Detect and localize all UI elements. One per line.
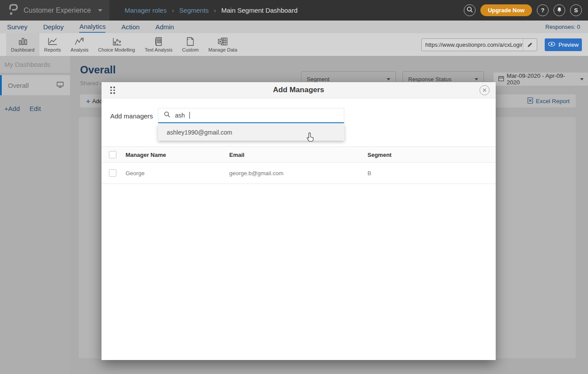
breadcrumb-separator: › <box>214 7 216 14</box>
breadcrumb-manager-roles[interactable]: Manager roles <box>125 7 167 14</box>
toolbar-label: Analysis <box>70 47 88 52</box>
sidebar-item-label: Overall <box>8 82 29 89</box>
dashboard-url-field[interactable]: https://www.questionpro.com/a/cxLogin.d <box>421 38 537 51</box>
account-avatar[interactable]: S <box>570 4 582 16</box>
add-widget-button[interactable]: + Add <box>86 97 102 105</box>
question-mark-icon: ? <box>541 7 545 14</box>
search-button[interactable] <box>464 4 476 16</box>
add-managers-label: Add managers <box>110 112 153 120</box>
plus-icon: + <box>86 97 90 105</box>
analytics-toolbar: Dashboard Reports Analysis Choice Modell… <box>0 33 588 56</box>
dashboard-url-value: https://www.questionpro.com/a/cxLogin.d <box>422 42 523 48</box>
toolbar-item-choice-modelling[interactable]: Choice Modelling <box>93 33 140 56</box>
spreadsheet-icon <box>217 37 228 46</box>
line-chart-icon <box>47 37 58 46</box>
search-icon <box>466 6 473 14</box>
tab-admin[interactable]: Admin <box>155 21 174 32</box>
modal-header: Add Managers ✕ <box>102 82 496 98</box>
toolbar-item-dashboard[interactable]: Dashboard <box>6 33 39 56</box>
preview-label: Preview <box>558 42 578 48</box>
responses-count: Responses: 0 <box>546 21 581 33</box>
chevron-down-icon <box>580 78 584 80</box>
tab-survey[interactable]: Survey <box>7 21 28 32</box>
shared-with-text: Shared w <box>80 80 104 87</box>
select-all-checkbox[interactable] <box>109 151 116 158</box>
page-title: Overall <box>80 64 116 76</box>
questionpro-logo-icon <box>9 3 18 17</box>
header-actions: Upgrade Now ? S <box>464 0 582 21</box>
manager-search-input[interactable]: ash <box>158 108 344 123</box>
preview-button[interactable]: Preview <box>545 38 582 51</box>
tab-deploy[interactable]: Deploy <box>43 21 64 32</box>
table-row: George george.b@gmail.com B <box>102 163 496 184</box>
calendar-icon <box>498 75 504 83</box>
workspace-switcher[interactable]: Customer Experience <box>0 0 109 21</box>
column-manager-name: Manager Name <box>126 151 166 158</box>
row-checkbox[interactable] <box>109 170 116 177</box>
sidebar-title: My Dashboards <box>0 56 70 73</box>
excel-report-button[interactable]: Excel Report <box>527 97 570 105</box>
add-widget-label: Add <box>92 98 102 104</box>
managers-table: Manager Name Email Segment George george… <box>102 146 496 184</box>
document-grid-icon <box>153 37 164 46</box>
toolbar-label: Reports <box>44 47 61 52</box>
toolbar-label: Text Analysis <box>145 47 173 52</box>
upgrade-now-button[interactable]: Upgrade Now <box>480 4 532 16</box>
chevron-down-icon <box>387 78 390 80</box>
edit-url-button[interactable] <box>523 39 537 51</box>
toolbar-label: Choice Modelling <box>98 47 135 52</box>
segment-filter-label: Segment <box>307 76 329 83</box>
segment-cell: B <box>368 170 371 177</box>
hand-cursor-icon <box>305 132 315 145</box>
add-dashboard-link[interactable]: +Add <box>4 105 20 112</box>
email-cell: george.b@gmail.com <box>229 170 284 177</box>
toolbar-label: Manage Data <box>208 47 237 52</box>
managers-table-header: Manager Name Email Segment <box>102 146 496 163</box>
column-segment: Segment <box>368 151 392 158</box>
document-folded-icon <box>185 37 196 46</box>
trend-chart-icon <box>74 37 85 46</box>
breadcrumb-separator: › <box>172 7 174 14</box>
excel-report-label: Excel Report <box>536 98 570 104</box>
close-icon[interactable]: ✕ <box>480 85 490 95</box>
notifications-button[interactable] <box>553 4 565 16</box>
suggestion-email[interactable]: ashley1990@gmail.com <box>167 129 232 136</box>
toolbar-item-custom[interactable]: Custom <box>177 33 203 56</box>
bell-icon <box>556 7 563 14</box>
excel-file-icon <box>527 97 533 105</box>
chevron-down-icon <box>475 78 478 80</box>
modal-title: Add Managers <box>273 86 324 94</box>
chevron-down-icon <box>98 9 102 12</box>
drag-handle-icon[interactable] <box>110 87 115 94</box>
sidebar-item-overall[interactable]: Overall <box>0 75 70 95</box>
toolbar-item-manage-data[interactable]: Manage Data <box>203 33 242 56</box>
manager-name-cell: George <box>126 170 144 177</box>
tab-analytics[interactable]: Analytics <box>79 21 105 33</box>
monitor-icon <box>56 81 64 90</box>
breadcrumb-current: Main Segment Dashboard <box>221 7 298 14</box>
eye-icon <box>548 42 556 48</box>
pencil-icon <box>527 42 533 48</box>
primary-nav: Survey Deploy Analytics Action Admin Res… <box>0 21 588 33</box>
date-range-picker[interactable]: Mar-09-2020 - Apr-09-2020 <box>494 73 588 86</box>
dashboards-sidebar: My Dashboards Overall +Add Edit <box>0 56 70 374</box>
toolbar-item-text-analysis[interactable]: Text Analysis <box>140 33 178 56</box>
toolbar-label: Dashboard <box>11 47 35 52</box>
bar-chart-icon <box>17 37 28 46</box>
text-cursor <box>189 112 190 119</box>
search-input-value: ash <box>175 112 185 119</box>
edit-dashboard-link[interactable]: Edit <box>29 105 41 112</box>
add-managers-modal: Add Managers ✕ Add managers ash ashley19… <box>102 82 496 360</box>
response-status-label: Response Status <box>408 76 452 83</box>
help-button[interactable]: ? <box>537 4 549 16</box>
product-name: Customer Experience <box>24 7 91 14</box>
scatter-chart-icon <box>111 37 122 46</box>
date-range-value: Mar-09-2020 - Apr-09-2020 <box>507 73 578 86</box>
breadcrumb-segments[interactable]: Segments <box>179 7 209 14</box>
avatar-initial: S <box>574 7 578 14</box>
toolbar-item-analysis[interactable]: Analysis <box>66 33 93 56</box>
search-suggestions: ashley1990@gmail.com <box>158 124 344 141</box>
toolbar-item-reports[interactable]: Reports <box>39 33 66 56</box>
tab-action[interactable]: Action <box>121 21 140 32</box>
toolbar-label: Custom <box>182 47 199 52</box>
